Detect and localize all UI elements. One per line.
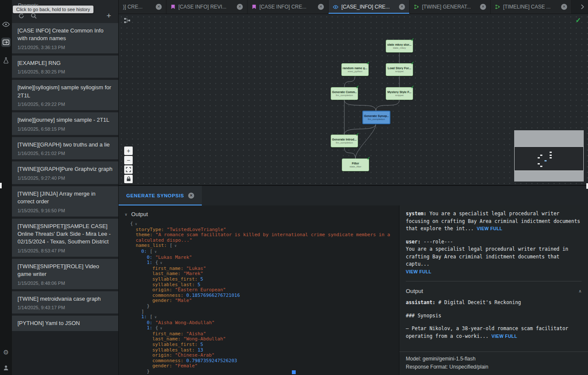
json-token: ] xyxy=(141,309,144,314)
tab[interactable]: [TWINE] GENERAT...× xyxy=(410,0,491,14)
view-full-link[interactable]: VIEW FULL xyxy=(492,334,517,339)
graph-node[interactable]: state mkey stor...state_mkey✓ xyxy=(386,40,413,53)
gear-icon[interactable]: ⚙ xyxy=(1,348,11,357)
view-full-link[interactable]: VIEW FULL xyxy=(477,226,502,231)
json-line: } xyxy=(119,304,399,309)
list-item[interactable]: [twine][journey] simple sample - 2T1L1/1… xyxy=(12,112,118,135)
node-title: Mystery Style F... xyxy=(387,91,411,94)
list-item[interactable]: [EXAMPLE] RNG1/16/2025, 8:30:25 PM xyxy=(12,56,118,78)
graph-node[interactable]: Generate Introd...llm_completion✓ xyxy=(331,135,358,147)
user-icon[interactable] xyxy=(1,363,11,372)
auto-layout-icon[interactable] xyxy=(124,18,131,25)
bottom-tab[interactable]: GENERATE SYNOPSIS × xyxy=(119,186,202,205)
collapse-caret-icon[interactable]: ∨ xyxy=(158,326,163,330)
json-token: 1: xyxy=(141,314,150,319)
close-icon[interactable]: × xyxy=(480,4,486,10)
list-item[interactable]: [twine][syllogism] sample syllogism for … xyxy=(12,80,118,110)
json-line: { ∨ xyxy=(119,221,399,227)
collapse-caret-icon[interactable]: ∨ xyxy=(172,244,177,248)
lock-button[interactable] xyxy=(124,175,133,183)
json-token: { xyxy=(155,260,158,265)
tab[interactable]: [CASE_INFO] CRE...× xyxy=(329,0,410,14)
prompt-list[interactable]: [CASE INFO] Create Common Info with rand… xyxy=(12,23,118,375)
list-item[interactable]: [CASE INFO] Create Common Info with rand… xyxy=(12,23,118,53)
resize-handle-left[interactable] xyxy=(0,183,2,188)
graph-node[interactable]: Filterstate_filter✓ xyxy=(342,158,369,171)
zoom-in-button[interactable]: + xyxy=(124,146,133,155)
prompt-timestamp: 1/15/2025, 8:53:47 PM xyxy=(17,248,113,253)
tab-label: [TIMELINE] CASE ... xyxy=(503,4,558,10)
minimap-node xyxy=(538,163,540,164)
json-token: "Female" xyxy=(175,363,198,369)
canvas[interactable]: state mkey stor...state_mkey✓random name… xyxy=(119,14,588,186)
json-line: 1: [ ∨ xyxy=(119,314,399,320)
search-icon[interactable] xyxy=(30,12,37,19)
prompt-timestamp: 1/16/2025, 8:30:25 PM xyxy=(17,69,113,74)
tab[interactable]: [TIMELINE] CASE ...× xyxy=(491,0,572,14)
graph-node[interactable]: Generate Synop...llm_completion xyxy=(362,111,390,124)
json-token: last_name: xyxy=(152,336,183,342)
message-list: system: You are a specialist legal proce… xyxy=(406,210,582,275)
graph-node[interactable]: random name g...exec_python✓ xyxy=(341,63,369,76)
json-token: "Aisha" xyxy=(186,331,206,337)
refresh-icon[interactable] xyxy=(18,12,25,19)
output-header[interactable]: ∨ Output xyxy=(119,205,399,221)
prompt-detail-pane: system: You are a specialist legal proce… xyxy=(399,205,588,375)
list-item[interactable]: [TWINE][GRAPH} two truths and a lie1/16/… xyxy=(12,137,118,159)
json-token: 0: xyxy=(141,249,150,254)
detail-scroll[interactable]: system: You are a specialist legal proce… xyxy=(399,205,588,352)
json-token: "TwistedLoveTriangle" xyxy=(167,227,226,232)
graph-node[interactable]: Generate Comm...llm_completion✓ xyxy=(331,87,358,100)
tab[interactable]: [CASE INFO] CRE...× xyxy=(247,0,329,14)
resize-handle-bottom[interactable] xyxy=(292,370,296,374)
zoom-out-button[interactable]: − xyxy=(124,156,133,164)
assistant-line: ### Synopsis xyxy=(406,312,582,320)
tab[interactable]: [CASE INFO] REVI...× xyxy=(166,0,247,14)
prompt-timestamp: 1/21/2025, 3:36:13 PM xyxy=(17,45,113,50)
close-icon[interactable]: × xyxy=(399,4,405,10)
prompt-timestamp: 1/15/2025, 8:48:06 PM xyxy=(17,281,113,286)
resize-handle-right[interactable] xyxy=(586,183,588,189)
json-tree[interactable]: { ∨storyType: "TwistedLoveTriangle"theme… xyxy=(119,221,399,375)
minimap[interactable] xyxy=(514,130,584,182)
bottom-tab-bar: GENERATE SYNOPSIS × xyxy=(119,186,588,205)
list-item[interactable]: [TWINE] [JINJA] Array merge in correct o… xyxy=(12,186,118,217)
collapse-caret-icon[interactable]: ∨ xyxy=(133,222,137,226)
graph-node[interactable]: Load Story For...snippet✓ xyxy=(386,63,413,76)
list-item[interactable]: [TWINE] metroidvania case graph1/14/2025… xyxy=(12,291,118,313)
flask-icon[interactable] xyxy=(1,56,11,65)
fit-view-button[interactable] xyxy=(124,165,133,174)
chevron-right-icon[interactable] xyxy=(577,0,588,14)
close-icon[interactable]: × xyxy=(237,4,243,10)
eye-icon[interactable] xyxy=(1,20,11,29)
close-icon[interactable]: × xyxy=(156,4,162,10)
collapse-caret-icon[interactable]: ∨ xyxy=(153,250,157,254)
rail-bottom: ⚙ xyxy=(0,348,12,372)
add-prompt-button[interactable]: + xyxy=(105,12,112,19)
graph-node[interactable]: Mystery Style F...snippet✓ xyxy=(386,87,413,100)
node-subtitle: snippet xyxy=(395,70,403,73)
view-full-row: VIEW FULL xyxy=(406,268,582,276)
json-token: "Chinese-Arab" xyxy=(175,352,215,358)
json-line: } xyxy=(119,369,399,375)
json-token: commonness: xyxy=(152,358,186,363)
list-item[interactable]: [TWINE][SNIPPET][SAMPLE CASE] Online Thr… xyxy=(12,219,118,257)
list-item[interactable]: [TWINE][GRAPH]Pure Graphviz graph1/15/20… xyxy=(12,161,118,184)
close-icon[interactable]: × xyxy=(318,4,324,10)
tab[interactable]: )] CRE...× xyxy=(119,0,166,14)
check-icon: ✓ xyxy=(411,61,414,65)
right-output-header[interactable]: Output ∧ xyxy=(406,281,582,299)
collapse-caret-icon[interactable]: ∨ xyxy=(153,315,157,319)
node-title: random name g... xyxy=(343,67,367,70)
json-token: names_list: xyxy=(136,243,169,248)
collapse-caret-icon[interactable]: ∨ xyxy=(158,261,163,265)
saved-check-icon: ✓ xyxy=(576,16,581,24)
view-full-link[interactable]: VIEW FULL xyxy=(406,269,431,274)
list-item[interactable]: [PYTHON] Yaml to JSON xyxy=(12,316,118,331)
output-json-pane: ∨ Output { ∨storyType: "TwistedLoveTrian… xyxy=(119,205,399,375)
prompts-icon[interactable] xyxy=(1,38,11,47)
minimap-node xyxy=(550,152,552,153)
list-item[interactable]: [TWINE][SNIPPET][ROLE] Video game writer… xyxy=(12,259,118,289)
close-icon[interactable]: × xyxy=(561,4,567,10)
close-icon[interactable]: × xyxy=(188,193,194,199)
